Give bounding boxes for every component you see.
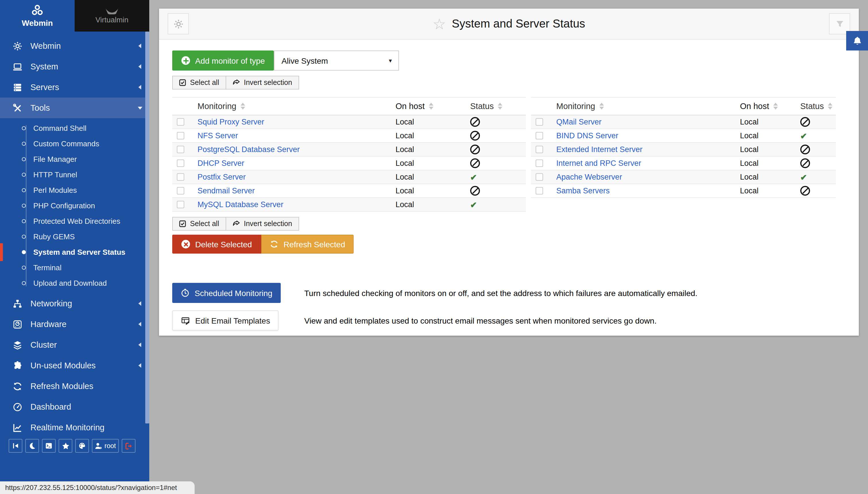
bullet-icon <box>22 266 26 270</box>
monitor-link[interactable]: Samba Servers <box>556 187 610 195</box>
monitor-link[interactable]: BIND DNS Server <box>556 131 618 140</box>
invert-selection-button[interactable]: Invert selection <box>226 76 299 90</box>
select-all-button[interactable]: Select all <box>172 76 226 90</box>
sort-icon[interactable] <box>599 103 604 110</box>
sidebar-item-tools[interactable]: Tools <box>0 97 149 118</box>
row-checkbox[interactable] <box>177 173 184 181</box>
monitor-link[interactable]: QMail Server <box>556 118 602 126</box>
sidebar: Webmin Virtualmin Webmin <box>0 0 149 494</box>
submenu-item[interactable]: Perl Modules <box>0 183 149 198</box>
row-checkbox[interactable] <box>536 187 543 194</box>
monitor-link[interactable]: Internet and RPC Server <box>556 159 641 168</box>
sidebar-scrollbar[interactable] <box>145 32 149 423</box>
row-checkbox[interactable] <box>536 173 543 181</box>
column-status[interactable]: Status <box>800 101 824 111</box>
content-panel: ☆ System and Server Status Add monitor o… <box>159 8 859 336</box>
host-value: Local <box>740 118 759 126</box>
module-config-button[interactable] <box>168 13 189 34</box>
monitor-link[interactable]: MySQL Database Server <box>198 200 283 209</box>
row-checkbox[interactable] <box>536 159 543 167</box>
submenu-item[interactable]: System and Server Status <box>0 244 149 260</box>
sidebar-item-unused-modules[interactable]: Un-used Modules <box>0 355 149 376</box>
page-title: System and Server Status <box>452 17 585 31</box>
chevron-left-icon <box>138 64 141 69</box>
select-all-button[interactable]: Select all <box>172 217 226 231</box>
select-all-label: Select all <box>190 220 219 228</box>
submenu-item[interactable]: Custom Commands <box>0 136 149 151</box>
logout-button[interactable] <box>122 439 135 453</box>
tab-virtualmin[interactable]: Virtualmin <box>75 0 149 32</box>
monitor-link[interactable]: Squid Proxy Server <box>198 118 264 126</box>
sidebar-item-webmin[interactable]: Webmin <box>0 36 149 56</box>
collapse-sidebar-button[interactable] <box>8 439 22 453</box>
host-value: Local <box>395 118 414 126</box>
favorite-star-icon[interactable]: ☆ <box>432 16 446 31</box>
submenu-item[interactable]: Ruby GEMS <box>0 229 149 244</box>
sidebar-item-cluster[interactable]: Cluster <box>0 335 149 355</box>
tab-webmin-label: Webmin <box>22 18 53 27</box>
host-value: Local <box>740 145 759 154</box>
bullet-icon <box>22 250 26 254</box>
row-checkbox[interactable] <box>536 146 543 153</box>
row-checkbox[interactable] <box>177 159 184 167</box>
monitor-type-select[interactable]: Alive System ▼ <box>274 51 399 71</box>
edit-email-templates-button[interactable]: Edit Email Templates <box>172 310 279 330</box>
bullet-icon <box>22 157 26 161</box>
sort-icon[interactable] <box>429 103 433 110</box>
submenu-item[interactable]: HTTP Tunnel <box>0 167 149 183</box>
sidebar-item-refresh-modules[interactable]: Refresh Modules <box>0 376 149 397</box>
tab-virtualmin-label: Virtualmin <box>95 15 128 24</box>
scheduled-monitoring-button[interactable]: Scheduled Monitoring <box>172 283 281 303</box>
sidebar-item-servers[interactable]: Servers <box>0 77 149 97</box>
tab-webmin[interactable]: Webmin <box>0 0 75 32</box>
monitor-link[interactable]: DHCP Server <box>198 159 244 168</box>
monitor-link[interactable]: Postfix Server <box>198 173 246 181</box>
submenu-item[interactable]: PHP Configuration <box>0 198 149 213</box>
night-mode-button[interactable] <box>25 439 39 453</box>
row-checkbox[interactable] <box>536 118 543 126</box>
column-monitoring[interactable]: Monitoring <box>198 101 236 111</box>
monitor-link[interactable]: NFS Server <box>198 131 238 140</box>
sidebar-item-dashboard[interactable]: Dashboard <box>0 397 149 417</box>
row-checkbox[interactable] <box>536 132 543 139</box>
monitor-link[interactable]: Sendmail Server <box>198 187 255 195</box>
sidebar-item-realtime-monitoring[interactable]: Realtime Monitoring <box>0 417 149 438</box>
submenu-item[interactable]: Command Shell <box>0 120 149 136</box>
monitor-link[interactable]: Extended Internet Server <box>556 145 642 154</box>
bullet-icon <box>22 281 26 285</box>
column-on-host[interactable]: On host <box>740 101 769 111</box>
favorites-star-button[interactable] <box>58 439 72 453</box>
sidebar-item-networking[interactable]: Networking <box>0 293 149 314</box>
submenu-item[interactable]: Terminal <box>0 260 149 276</box>
notifications-bell-button[interactable] <box>846 31 868 51</box>
row-checkbox[interactable] <box>177 118 184 126</box>
column-on-host[interactable]: On host <box>395 101 425 111</box>
monitor-link[interactable]: Apache Webserver <box>556 173 622 181</box>
submenu-item[interactable]: Protected Web Directories <box>0 213 149 229</box>
column-status[interactable]: Status <box>470 101 494 111</box>
submenu-item[interactable]: File Manager <box>0 151 149 167</box>
sort-icon[interactable] <box>498 103 502 110</box>
invert-selection-button[interactable]: Invert selection <box>226 217 299 231</box>
sort-icon[interactable] <box>773 103 778 110</box>
user-account-button[interactable]: root <box>92 439 119 453</box>
monitor-link[interactable]: PostgreSQL Database Server <box>198 145 300 154</box>
refresh-selected-button[interactable]: Refresh Selected <box>261 235 354 253</box>
row-checkbox[interactable] <box>177 132 184 139</box>
delete-selected-button[interactable]: Delete Selected <box>172 235 261 253</box>
sidebar-item-system[interactable]: System <box>0 56 149 77</box>
add-monitor-button[interactable]: Add monitor of type <box>172 51 274 71</box>
table-row: Extended Internet Server Local <box>531 143 836 157</box>
row-checkbox[interactable] <box>177 146 184 153</box>
column-monitoring[interactable]: Monitoring <box>556 101 595 111</box>
sidebar-item-hardware[interactable]: Hardware <box>0 314 149 335</box>
template-edit-icon <box>181 316 190 325</box>
sort-icon[interactable] <box>240 103 245 110</box>
submenu-item[interactable]: Upload and Download <box>0 276 149 291</box>
theme-palette-button[interactable] <box>75 439 89 453</box>
row-checkbox[interactable] <box>177 201 184 208</box>
row-checkbox[interactable] <box>177 187 184 194</box>
sort-icon[interactable] <box>828 103 832 110</box>
terminal-button[interactable] <box>42 439 56 453</box>
page-body: Add monitor of type Alive System ▼ Selec… <box>159 40 859 330</box>
